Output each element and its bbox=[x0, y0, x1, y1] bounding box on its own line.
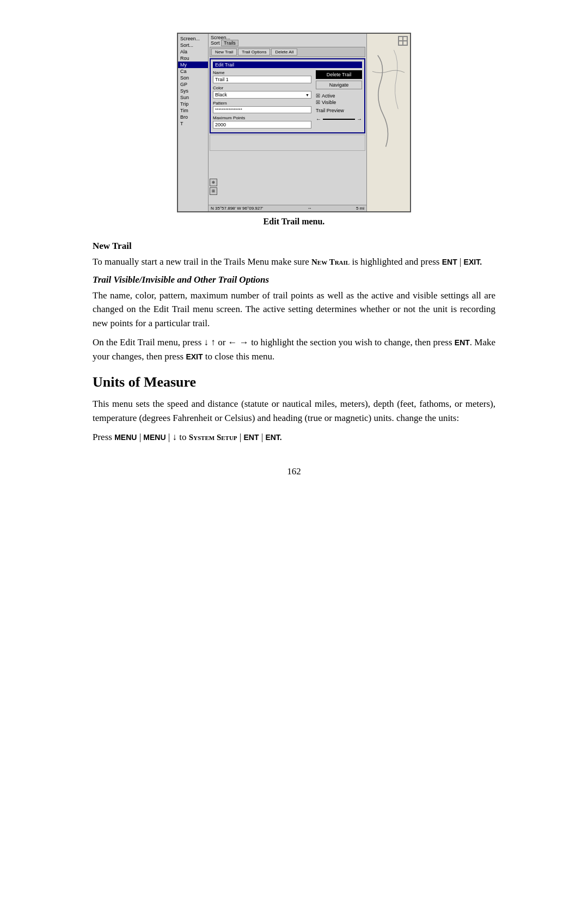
menu-key1: MENU bbox=[114, 433, 137, 442]
menu-list: Screen... Sort... Ala Rou My Ca Son GP S… bbox=[178, 34, 209, 211]
ent-key: ENT bbox=[442, 258, 457, 266]
new-trail-heading: New Trail bbox=[93, 241, 495, 252]
edit-trail-box: Edit Trail Name Trail 1 Color Black ▼ Pa… bbox=[210, 58, 365, 133]
p2-end: to close this menu. bbox=[203, 351, 275, 362]
menu-key2: MENU bbox=[143, 433, 166, 442]
caption: Edit Trail menu. bbox=[264, 217, 325, 227]
page: Screen... Sort... Ala Rou My Ca Son GP S… bbox=[82, 0, 506, 916]
max-points-label: Maximum Points bbox=[213, 115, 311, 120]
trail-options-heading: Trail Visible/Invisible and Other Trail … bbox=[93, 274, 495, 285]
new-trail-paragraph: To manually start a new trail in the Tra… bbox=[93, 255, 495, 269]
new-trail-kbd: New Trail bbox=[311, 258, 350, 266]
trail-name-input[interactable]: Trail 1 bbox=[213, 76, 311, 83]
ent-key3: ENT bbox=[243, 433, 259, 442]
preview-arrow-left: ← bbox=[316, 116, 321, 122]
units-sep4: | bbox=[259, 432, 265, 442]
active-check-icon: ☒ bbox=[316, 93, 320, 99]
ent-key2: ENT bbox=[455, 338, 470, 347]
tab-trail-options[interactable]: Trail Options bbox=[238, 48, 270, 56]
new-trail-text2: is highlighted and press bbox=[350, 257, 442, 267]
left-icons: ⊕ ⊞ bbox=[210, 179, 217, 195]
ent-key4: ENT. bbox=[265, 433, 281, 442]
menu-item-alarms: Ala bbox=[178, 48, 208, 55]
menu-item-cancel: Ca bbox=[178, 68, 208, 75]
form-main-row: Name Trail 1 Color Black ▼ Pattern *****… bbox=[213, 70, 362, 129]
menu-item-system: Sys bbox=[178, 88, 208, 94]
navigate-button[interactable]: Navigate bbox=[316, 81, 362, 89]
trails-tabs: New Trail Trail Options Delete All bbox=[210, 47, 365, 57]
pattern-input[interactable]: **************** bbox=[213, 106, 311, 113]
tab-delete-all[interactable]: Delete All bbox=[271, 48, 297, 56]
units-press: Press bbox=[93, 432, 114, 442]
menu-item-t: T bbox=[178, 120, 208, 127]
p2-after: to highlight the section you wish to cha… bbox=[249, 337, 455, 347]
name-label: Name bbox=[213, 70, 311, 75]
scale-text: 5 mi bbox=[356, 206, 364, 211]
trail-preview-label: Trail Preview bbox=[316, 108, 362, 113]
scale-arrow: ↔ bbox=[308, 206, 312, 211]
preview-line bbox=[323, 119, 355, 120]
device-screen: Screen... Sort... Ala Rou My Ca Son GP S… bbox=[177, 33, 411, 212]
p2-mid: or bbox=[216, 337, 228, 347]
menu-item-timer: Tim bbox=[178, 107, 208, 114]
icon-cursor: ⊕ bbox=[210, 179, 217, 186]
exit-key2: EXIT bbox=[186, 352, 203, 361]
form-right-col: Delete Trail Navigate ☒ Active ☒ Visible bbox=[316, 70, 362, 129]
sort-label: Sort bbox=[211, 40, 220, 46]
visible-label: Visible bbox=[322, 100, 336, 105]
map-area bbox=[366, 34, 410, 211]
max-points-input[interactable]: 2000 bbox=[213, 121, 311, 129]
menu-item-mytrails: My bbox=[178, 62, 208, 68]
form-left-col: Name Trail 1 Color Black ▼ Pattern *****… bbox=[213, 70, 311, 129]
trail-preview-bar: ← → bbox=[316, 116, 362, 122]
menu-item-routes: Rou bbox=[178, 55, 208, 62]
menu-item-trip: Trip bbox=[178, 101, 208, 107]
units-heading: Units of Measure bbox=[93, 374, 495, 390]
color-value: Black bbox=[215, 92, 227, 97]
arrows2: ← → bbox=[228, 337, 249, 347]
units-p2: Press MENU | MENU | ↓ to System Setup | … bbox=[93, 430, 495, 444]
coordinates-text: N 35°57.898' W 96°09.927' bbox=[211, 206, 263, 211]
pattern-label: Pattern bbox=[213, 101, 311, 106]
visible-check-icon: ☒ bbox=[316, 100, 320, 105]
edit-trail-title: Edit Trail bbox=[213, 62, 362, 68]
screenshot-container: Screen... Sort... Ala Rou My Ca Son GP S… bbox=[93, 33, 495, 235]
menu-item-gps: GP bbox=[178, 81, 208, 88]
active-label: Active bbox=[322, 93, 335, 99]
active-checkbox-row: ☒ Active bbox=[316, 93, 362, 99]
tab-new-trail[interactable]: New Trail bbox=[211, 48, 237, 56]
units-sep2: | ↓ to bbox=[166, 432, 189, 442]
units-p1: This menu sets the speed and distance (s… bbox=[93, 397, 495, 425]
system-setup-sc: System Setup bbox=[189, 433, 237, 442]
top-menu: Screen... Sort Trails bbox=[209, 34, 366, 47]
bottom-area bbox=[210, 135, 365, 151]
exit-key: EXIT. bbox=[464, 258, 482, 266]
icon-grid: ⊞ bbox=[210, 187, 217, 195]
menu-item-sonar: Son bbox=[178, 75, 208, 81]
arrows1: ↓ ↑ bbox=[204, 337, 216, 347]
map-svg bbox=[367, 34, 410, 211]
units-sep1: | bbox=[137, 432, 143, 442]
preview-arrow-right: → bbox=[357, 116, 362, 122]
p2-before: On the Edit Trail menu, press bbox=[93, 337, 204, 347]
page-number: 162 bbox=[93, 466, 495, 477]
status-bar: N 35°57.898' W 96°09.927' ↔ 5 mi bbox=[209, 205, 366, 211]
units-sep3: | bbox=[237, 432, 244, 442]
new-trail-text1: To manually start a new trail in the Tra… bbox=[93, 257, 311, 267]
menu-item-sort: Sort... bbox=[178, 42, 208, 48]
color-select[interactable]: Black ▼ bbox=[213, 91, 311, 99]
trail-options-p2: On the Edit Trail menu, press ↓ ↑ or ← →… bbox=[93, 335, 495, 363]
delete-trail-button[interactable]: Delete Trail bbox=[316, 70, 362, 79]
dialog-area: Screen... Sort Trails New Trail Trail Op… bbox=[209, 34, 366, 211]
tab-buttons: New Trail Trail Options Delete All bbox=[210, 47, 298, 57]
menu-item-sun: Sun bbox=[178, 94, 208, 101]
select-arrow-icon: ▼ bbox=[305, 93, 309, 97]
trail-options-p1: The name, color, pattern, maximum number… bbox=[93, 289, 495, 331]
trails-badge: Trails bbox=[221, 40, 238, 46]
visible-checkbox-row: ☒ Visible bbox=[316, 100, 362, 105]
menu-item-screen: Screen... bbox=[178, 35, 208, 42]
sep1: | bbox=[457, 257, 464, 267]
color-label: Color bbox=[213, 86, 311, 90]
menu-item-bro: Bro bbox=[178, 114, 208, 120]
